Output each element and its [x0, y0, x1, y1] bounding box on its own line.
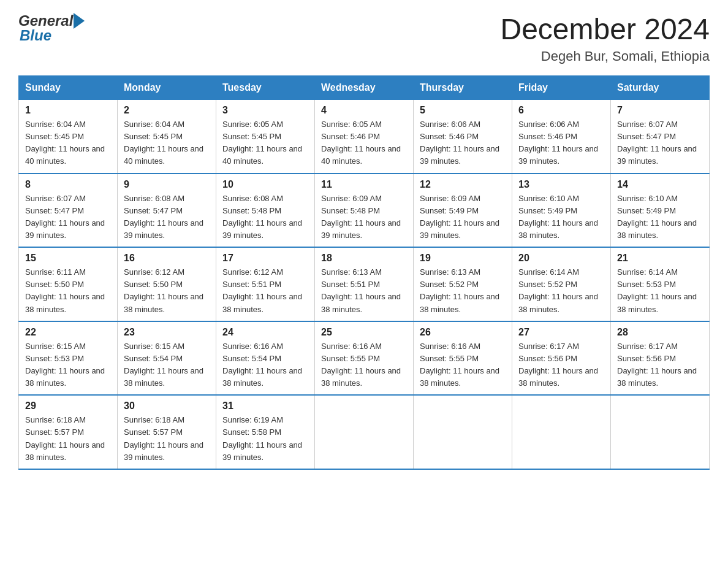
table-row: 30 Sunrise: 6:18 AMSunset: 5:57 PMDaylig…	[118, 395, 216, 469]
day-info: Sunrise: 6:16 AMSunset: 5:55 PMDaylight:…	[321, 342, 401, 388]
day-info: Sunrise: 6:13 AMSunset: 5:52 PMDaylight:…	[420, 267, 499, 313]
day-number: 30	[124, 400, 210, 412]
day-number: 22	[25, 327, 111, 338]
day-number: 25	[321, 327, 407, 338]
calendar-week-row: 22 Sunrise: 6:15 AMSunset: 5:53 PMDaylig…	[19, 321, 710, 396]
day-number: 15	[25, 253, 111, 264]
col-monday: Monday	[118, 76, 216, 100]
col-friday: Friday	[512, 76, 611, 100]
day-number: 31	[222, 400, 308, 412]
day-info: Sunrise: 6:09 AMSunset: 5:49 PMDaylight:…	[420, 194, 499, 240]
table-row: 9 Sunrise: 6:08 AMSunset: 5:47 PMDayligh…	[118, 174, 216, 248]
day-number: 1	[25, 105, 111, 116]
col-wednesday: Wednesday	[315, 76, 414, 100]
title-block: December 2024 Degeh Bur, Somali, Ethiopi…	[500, 12, 710, 64]
table-row: 25 Sunrise: 6:16 AMSunset: 5:55 PMDaylig…	[315, 321, 414, 396]
day-info: Sunrise: 6:08 AMSunset: 5:48 PMDaylight:…	[222, 194, 302, 240]
day-number: 21	[617, 253, 703, 264]
table-row	[315, 395, 414, 469]
day-number: 7	[617, 105, 703, 116]
day-info: Sunrise: 6:11 AMSunset: 5:50 PMDaylight:…	[25, 267, 105, 313]
day-info: Sunrise: 6:16 AMSunset: 5:54 PMDaylight:…	[222, 342, 302, 388]
table-row: 29 Sunrise: 6:18 AMSunset: 5:57 PMDaylig…	[19, 395, 118, 469]
table-row: 5 Sunrise: 6:06 AMSunset: 5:46 PMDayligh…	[414, 100, 512, 174]
day-number: 3	[222, 105, 308, 116]
table-row: 27 Sunrise: 6:17 AMSunset: 5:56 PMDaylig…	[512, 321, 611, 396]
day-info: Sunrise: 6:06 AMSunset: 5:46 PMDaylight:…	[518, 120, 598, 166]
col-saturday: Saturday	[611, 76, 710, 100]
day-number: 6	[518, 105, 604, 116]
table-row: 7 Sunrise: 6:07 AMSunset: 5:47 PMDayligh…	[611, 100, 710, 174]
col-thursday: Thursday	[414, 76, 512, 100]
day-info: Sunrise: 6:17 AMSunset: 5:56 PMDaylight:…	[518, 342, 598, 388]
table-row: 8 Sunrise: 6:07 AMSunset: 5:47 PMDayligh…	[19, 174, 118, 248]
day-info: Sunrise: 6:07 AMSunset: 5:47 PMDaylight:…	[25, 194, 105, 240]
table-row: 12 Sunrise: 6:09 AMSunset: 5:49 PMDaylig…	[414, 174, 512, 248]
day-info: Sunrise: 6:13 AMSunset: 5:51 PMDaylight:…	[321, 267, 401, 313]
day-number: 28	[617, 327, 703, 338]
day-info: Sunrise: 6:10 AMSunset: 5:49 PMDaylight:…	[518, 194, 598, 240]
calendar-week-row: 15 Sunrise: 6:11 AMSunset: 5:50 PMDaylig…	[19, 247, 710, 321]
calendar-title: December 2024	[500, 12, 710, 46]
calendar-week-row: 8 Sunrise: 6:07 AMSunset: 5:47 PMDayligh…	[19, 174, 710, 248]
page-header: General Blue December 2024 Degeh Bur, So…	[18, 12, 710, 64]
day-info: Sunrise: 6:18 AMSunset: 5:57 PMDaylight:…	[25, 415, 105, 461]
day-info: Sunrise: 6:14 AMSunset: 5:53 PMDaylight:…	[617, 267, 697, 313]
day-number: 29	[25, 400, 111, 412]
table-row: 10 Sunrise: 6:08 AMSunset: 5:48 PMDaylig…	[216, 174, 315, 248]
table-row: 17 Sunrise: 6:12 AMSunset: 5:51 PMDaylig…	[216, 247, 315, 321]
day-info: Sunrise: 6:12 AMSunset: 5:50 PMDaylight:…	[124, 267, 203, 313]
day-info: Sunrise: 6:05 AMSunset: 5:46 PMDaylight:…	[321, 120, 401, 166]
day-info: Sunrise: 6:10 AMSunset: 5:49 PMDaylight:…	[617, 194, 697, 240]
day-info: Sunrise: 6:14 AMSunset: 5:52 PMDaylight:…	[518, 267, 598, 313]
day-info: Sunrise: 6:04 AMSunset: 5:45 PMDaylight:…	[25, 120, 105, 166]
day-number: 9	[124, 179, 210, 190]
col-sunday: Sunday	[19, 76, 118, 100]
day-info: Sunrise: 6:06 AMSunset: 5:46 PMDaylight:…	[420, 120, 499, 166]
calendar-table: Sunday Monday Tuesday Wednesday Thursday…	[18, 75, 710, 470]
table-row: 20 Sunrise: 6:14 AMSunset: 5:52 PMDaylig…	[512, 247, 611, 321]
day-number: 10	[222, 179, 308, 190]
day-number: 4	[321, 105, 407, 116]
table-row: 26 Sunrise: 6:16 AMSunset: 5:55 PMDaylig…	[414, 321, 512, 396]
day-info: Sunrise: 6:12 AMSunset: 5:51 PMDaylight:…	[222, 267, 302, 313]
day-info: Sunrise: 6:07 AMSunset: 5:47 PMDaylight:…	[617, 120, 697, 166]
day-number: 18	[321, 253, 407, 264]
day-number: 12	[420, 179, 506, 190]
table-row	[414, 395, 512, 469]
day-number: 2	[124, 105, 210, 116]
table-row: 21 Sunrise: 6:14 AMSunset: 5:53 PMDaylig…	[611, 247, 710, 321]
table-row: 15 Sunrise: 6:11 AMSunset: 5:50 PMDaylig…	[19, 247, 118, 321]
day-number: 8	[25, 179, 111, 190]
col-tuesday: Tuesday	[216, 76, 315, 100]
day-number: 5	[420, 105, 506, 116]
calendar-header-row: Sunday Monday Tuesday Wednesday Thursday…	[19, 76, 710, 100]
table-row: 6 Sunrise: 6:06 AMSunset: 5:46 PMDayligh…	[512, 100, 611, 174]
day-info: Sunrise: 6:19 AMSunset: 5:58 PMDaylight:…	[222, 415, 302, 461]
day-number: 20	[518, 253, 604, 264]
table-row: 13 Sunrise: 6:10 AMSunset: 5:49 PMDaylig…	[512, 174, 611, 248]
table-row: 28 Sunrise: 6:17 AMSunset: 5:56 PMDaylig…	[611, 321, 710, 396]
table-row: 24 Sunrise: 6:16 AMSunset: 5:54 PMDaylig…	[216, 321, 315, 396]
day-number: 14	[617, 179, 703, 190]
table-row: 16 Sunrise: 6:12 AMSunset: 5:50 PMDaylig…	[118, 247, 216, 321]
table-row: 1 Sunrise: 6:04 AMSunset: 5:45 PMDayligh…	[19, 100, 118, 174]
day-info: Sunrise: 6:15 AMSunset: 5:53 PMDaylight:…	[25, 342, 105, 388]
table-row	[512, 395, 611, 469]
day-info: Sunrise: 6:09 AMSunset: 5:48 PMDaylight:…	[321, 194, 401, 240]
table-row: 18 Sunrise: 6:13 AMSunset: 5:51 PMDaylig…	[315, 247, 414, 321]
calendar-subtitle: Degeh Bur, Somali, Ethiopia	[500, 48, 710, 64]
day-number: 13	[518, 179, 604, 190]
calendar-week-row: 29 Sunrise: 6:18 AMSunset: 5:57 PMDaylig…	[19, 395, 710, 469]
table-row: 2 Sunrise: 6:04 AMSunset: 5:45 PMDayligh…	[118, 100, 216, 174]
table-row: 19 Sunrise: 6:13 AMSunset: 5:52 PMDaylig…	[414, 247, 512, 321]
day-number: 19	[420, 253, 506, 264]
day-number: 26	[420, 327, 506, 338]
day-number: 16	[124, 253, 210, 264]
table-row: 22 Sunrise: 6:15 AMSunset: 5:53 PMDaylig…	[19, 321, 118, 396]
day-info: Sunrise: 6:15 AMSunset: 5:54 PMDaylight:…	[124, 342, 203, 388]
logo: General Blue	[18, 12, 85, 44]
logo-arrow-icon	[74, 13, 85, 29]
day-number: 17	[222, 253, 308, 264]
day-number: 27	[518, 327, 604, 338]
